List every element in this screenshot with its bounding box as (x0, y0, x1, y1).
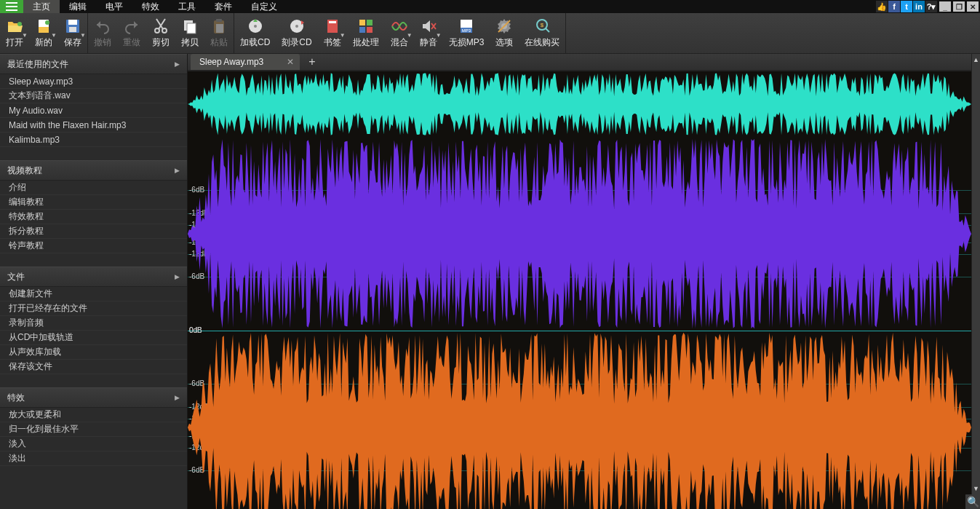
tab-label: Sleep Away.mp3 (199, 57, 263, 67)
sidebar-item[interactable]: Maid with the Flaxen Hair.mp3 (0, 118, 187, 133)
cut-button[interactable]: 剪切 (146, 13, 175, 53)
sidebar-section-header[interactable]: 文件▶ (0, 267, 187, 287)
bookmark-button[interactable]: 书签▼ (318, 13, 347, 53)
close-button[interactable]: ✕ (967, 1, 979, 12)
section-title: 最近使用的文件 (7, 58, 68, 71)
toolbar-label: 打开 (6, 36, 23, 49)
minimize-button[interactable]: _ (939, 1, 951, 12)
svg-point-16 (295, 25, 298, 28)
titlebar-right: 👍 f t in ?▾ _ ❐ ✕ (876, 0, 980, 13)
svg-rect-4 (68, 20, 77, 25)
chevron-right-icon: ▶ (175, 60, 180, 68)
restore-button[interactable]: ❐ (953, 1, 965, 12)
chevron-right-icon: ▶ (175, 167, 180, 174)
open-button[interactable]: 打开▼ (0, 13, 29, 53)
menu-特效[interactable]: 特效 (132, 0, 169, 13)
sidebar-item[interactable]: 从声效库加载 (0, 345, 187, 360)
mix-button[interactable]: 混合▼ (385, 13, 414, 53)
waveform-canvas[interactable]: 0dB-6dB-6dB-12dB-12dB-18dB-18dB0dB0dB-6d… (188, 71, 980, 509)
sidebar-item[interactable]: 铃声教程 (0, 239, 187, 253)
sidebar-item[interactable]: 淡出 (0, 451, 187, 466)
paste-button: 粘贴 (204, 13, 234, 53)
sidebar-item[interactable]: 打开已经存在的文件 (0, 301, 187, 316)
toolbar: 打开▼新的▼保存▼撤销重做剪切拷贝粘贴加载CD刻录CD书签▼批处理混合▼静音▼M… (0, 13, 980, 54)
scroll-down-icon[interactable]: ▼ (973, 483, 979, 494)
sidebar-item[interactable]: 介绍 (0, 181, 187, 195)
copy-button[interactable]: 拷贝 (175, 13, 204, 53)
toolbar-label: 剪切 (152, 36, 170, 49)
new-button[interactable]: 新的▼ (29, 13, 58, 53)
chevron-right-icon: ▶ (175, 394, 180, 401)
sidebar-item[interactable]: 录制音频 (0, 316, 187, 331)
twitter-icon[interactable]: t (901, 1, 912, 12)
svg-rect-9 (187, 23, 196, 33)
sidebar-item[interactable]: 文本到语音.wav (0, 89, 187, 103)
options-button[interactable]: 选项 (490, 13, 519, 53)
buy-button[interactable]: $在线购买 (519, 13, 565, 53)
loadcd-button[interactable]: 加载CD (234, 13, 276, 53)
dropdown-icon[interactable]: ▼ (436, 32, 442, 39)
sidebar-item[interactable]: 放大或更柔和 (0, 408, 187, 422)
save-button[interactable]: 保存▼ (58, 13, 87, 53)
svg-rect-21 (359, 27, 365, 33)
new-tab-button[interactable]: + (303, 55, 321, 70)
dropdown-icon[interactable]: ▼ (340, 32, 346, 39)
lossless-button[interactable]: MP3无损MP3 (443, 13, 490, 53)
batch-button[interactable]: 批处理 (347, 13, 385, 53)
menu-套件[interactable]: 套件 (205, 0, 242, 13)
sidebar-item[interactable]: 特效教程 (0, 210, 187, 224)
dropdown-icon[interactable]: ▼ (407, 32, 413, 39)
toolbar-label: 选项 (495, 36, 513, 49)
help-icon[interactable]: ?▾ (925, 1, 937, 12)
sidebar-section-header[interactable]: 特效▶ (0, 387, 187, 408)
svg-text:MP3: MP3 (462, 28, 471, 33)
sidebar-section-header[interactable]: 视频教程▶ (0, 160, 187, 181)
vertical-scrollbar[interactable]: ▲ ▼ (971, 54, 980, 494)
sidebar-item[interactable]: My Audio.wav (0, 103, 187, 118)
svg-point-0 (17, 22, 22, 26)
mute-button[interactable]: 静音▼ (414, 13, 443, 53)
dropdown-icon[interactable]: ▼ (51, 32, 57, 39)
sidebar-item[interactable]: 编辑教程 (0, 195, 187, 210)
tab-file[interactable]: Sleep Away.mp3 ✕ (191, 54, 300, 70)
sidebar-section-header[interactable]: 最近使用的文件▶ (0, 54, 187, 74)
dropdown-icon[interactable]: ▼ (80, 32, 86, 39)
menu-主页[interactable]: 主页 (23, 0, 60, 13)
facebook-icon[interactable]: f (888, 1, 900, 12)
svg-rect-22 (367, 27, 373, 33)
sidebar-item[interactable]: 保存该文件 (0, 360, 187, 374)
sidebar-item[interactable]: Kalimba.mp3 (0, 133, 187, 147)
dropdown-icon[interactable]: ▼ (22, 32, 28, 39)
sidebar-item[interactable]: 拆分教程 (0, 224, 187, 239)
redo-button: 重做 (117, 13, 146, 53)
toolbar-label: 撤销 (94, 36, 111, 49)
editor-main: Sleep Away.mp3 ✕ + 0dB-6dB-6dB-12dB-12dB… (188, 54, 980, 509)
sidebar-item[interactable]: 归一化到最佳水平 (0, 422, 187, 437)
menu-工具[interactable]: 工具 (169, 0, 205, 13)
svg-rect-20 (367, 20, 373, 25)
scroll-up-icon[interactable]: ▲ (973, 54, 979, 66)
linkedin-icon[interactable]: in (913, 1, 925, 12)
toolbar-label: 静音 (420, 36, 437, 49)
section-title: 特效 (7, 392, 25, 404)
svg-text:$: $ (541, 22, 544, 28)
chevron-right-icon: ▶ (175, 273, 180, 280)
tab-close-icon[interactable]: ✕ (287, 57, 294, 67)
menu-自定义[interactable]: 自定义 (242, 0, 287, 13)
toolbar-label: 批处理 (353, 36, 379, 49)
section-title: 文件 (7, 271, 25, 283)
zoom-button[interactable]: 🔍 (965, 494, 980, 509)
menu-编辑[interactable]: 编辑 (60, 0, 96, 13)
burncd-button[interactable]: 刻录CD (276, 13, 317, 53)
svg-rect-5 (69, 27, 76, 32)
hamburger-menu-button[interactable] (0, 0, 23, 13)
toolbar-label: 粘贴 (210, 36, 228, 49)
menu-电平[interactable]: 电平 (96, 0, 132, 13)
sidebar-item[interactable]: Sleep Away.mp3 (0, 74, 187, 89)
sidebar-item[interactable]: 从CD中加载轨道 (0, 331, 187, 345)
sidebar-item[interactable]: 淡入 (0, 437, 187, 451)
toolbar-label: 混合 (391, 36, 408, 49)
thumbs-up-icon[interactable]: 👍 (876, 1, 888, 12)
sidebar-item[interactable]: 创建新文件 (0, 287, 187, 301)
svg-point-14 (254, 25, 257, 28)
